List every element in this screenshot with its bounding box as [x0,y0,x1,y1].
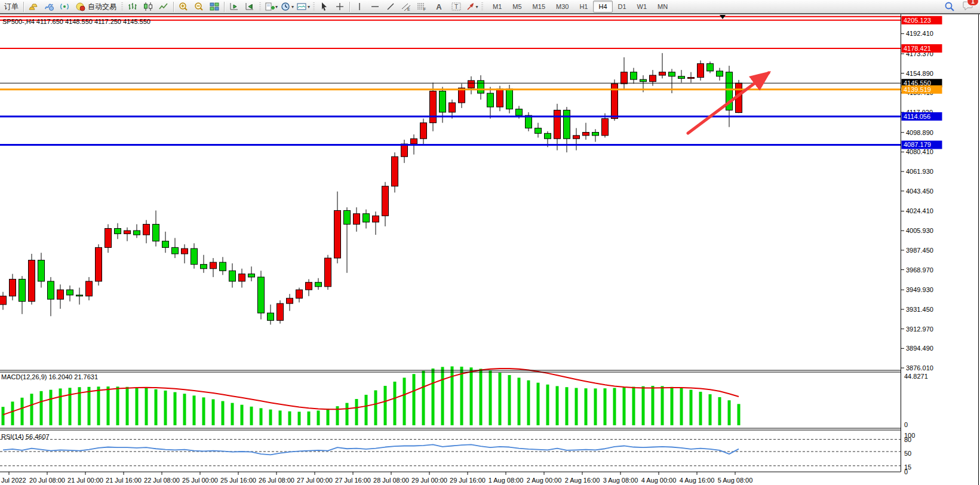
macd-histogram-bar [269,410,272,425]
macd-histogram-bar [671,387,674,425]
new-order-button[interactable]: 订单 [1,0,21,13]
macd-histogram-bar [575,388,578,425]
chevron-down-icon[interactable]: ▾ [308,4,310,10]
candle-down [19,279,26,301]
price-tick-label: 4154.890 [906,70,933,77]
timeframe-h1[interactable]: H1 [574,1,593,13]
periods-button[interactable]: ▾ [279,0,295,13]
macd-histogram-bar [30,394,33,425]
macd-histogram-bar [298,412,301,425]
time-tick-label: 21 Jul 00:00 [67,477,103,484]
candle-up [420,123,427,139]
candle-down [153,224,159,241]
price-tag-label: 4087.179 [904,141,931,148]
candle-up [105,229,112,248]
timeframe-m1[interactable]: M1 [487,1,507,13]
macd-histogram-bar [2,407,5,425]
candlestick-chart-icon[interactable] [140,0,156,13]
macd-histogram-bar [40,391,43,425]
chart-window-icon[interactable] [41,0,57,13]
chart-shift-icon[interactable] [226,0,242,13]
chart-autoscroll-icon[interactable] [242,0,257,13]
rsi-scale-label: 80 [904,436,911,443]
macd-histogram-bar [680,388,683,425]
macd-histogram-bar [460,367,463,425]
candle-up [325,258,331,287]
main-toolbar: 订单 自动交易 [0,0,980,14]
price-tick-label: 4080.410 [906,148,933,155]
autotrade-button[interactable]: 自动交易 [72,0,119,13]
bar-chart-icon[interactable] [125,0,140,13]
macd-histogram-bar [155,389,158,425]
price-tick-label: 4005.930 [906,227,933,234]
timeframe-m5[interactable]: M5 [507,1,527,13]
candle-up [354,214,360,225]
candle-up [468,81,475,88]
time-tick-label: 25 Jul 16:00 [220,477,256,484]
time-tick-label: 29 Jul 16:00 [450,477,486,484]
candle-up [296,290,303,298]
candle-up [497,89,503,107]
candle-down [268,313,274,320]
macd-histogram-bar [21,398,24,425]
timeframe-m30[interactable]: M30 [551,1,574,13]
chevron-down-icon[interactable]: ▾ [476,4,478,10]
macd-histogram-bar [59,388,62,425]
timeframe-h4[interactable]: H4 [593,1,612,13]
text-label-tool-icon[interactable]: T [448,0,464,13]
macd-histogram-bar [422,371,425,425]
toolbar-right: 1 [942,0,974,13]
vertical-line-tool-icon[interactable] [352,0,367,13]
price-tag-label: 4205.123 [904,17,931,24]
macd-histogram-bar [50,390,53,425]
macd-label: MACD(12,26,9) 16.2040 21.7631 [1,373,98,380]
arrows-tool-button[interactable]: ▾ [464,0,480,13]
zoom-out-icon[interactable] [191,0,207,13]
price-tick-label: 4098.890 [906,129,933,136]
candle-down [134,231,140,235]
candle-up [287,298,293,303]
macd-histogram-bar [88,387,91,425]
candle-up [602,119,609,136]
time-tick-label: 27 Jul 16:00 [335,477,371,484]
tile-windows-icon[interactable] [207,0,222,13]
search-icon[interactable] [942,0,957,13]
signal-icon[interactable] [57,0,72,13]
macd-histogram-bar [250,407,253,425]
equidistant-channel-tool-icon[interactable]: E [398,0,414,13]
candle-down [67,290,73,295]
zoom-in-icon[interactable] [176,0,191,13]
text-tool-icon[interactable]: A [429,0,448,13]
macd-histogram-bar [145,388,148,425]
macd-max-label: 44.8271 [904,373,928,380]
candle-down [315,283,322,287]
price-tick-label: 3931.450 [906,306,933,313]
crosshair-icon[interactable] [332,0,348,13]
chart-canvas[interactable]: SP500-,H4 4117.650 4148.550 4117.250 414… [0,14,980,485]
chevron-down-icon[interactable]: ▾ [275,4,278,10]
macd-histogram-bar [709,394,712,425]
candle-down [172,247,179,254]
candle-up [143,224,150,235]
textlabel-glyph: T [454,4,458,10]
timeframe-d1[interactable]: D1 [613,1,632,13]
line-chart-icon[interactable] [156,0,171,13]
notifications-button[interactable]: 1 [962,0,974,13]
horizontal-line-tool-icon[interactable] [367,0,383,13]
chevron-down-icon[interactable]: ▾ [291,4,294,10]
new-template-button[interactable]: ▾ [263,0,279,13]
drag-handle [259,2,261,11]
macd-histogram-bar [566,387,569,425]
candle-up [382,186,389,216]
timeframe-mn[interactable]: MN [652,1,673,13]
trendline-tool-icon[interactable] [383,0,398,13]
gold-icon[interactable] [26,0,41,13]
candle-down [506,89,513,109]
time-tick-label: 4 Aug 16:00 [680,477,715,484]
indicators-button[interactable]: ▾ [295,0,311,13]
fibonacci-tool-icon[interactable]: F [414,0,429,13]
timeframe-w1[interactable]: W1 [632,1,653,13]
timeframe-m15[interactable]: M15 [527,1,551,13]
cursor-icon[interactable] [317,0,332,13]
macd-histogram-bar [470,367,473,425]
